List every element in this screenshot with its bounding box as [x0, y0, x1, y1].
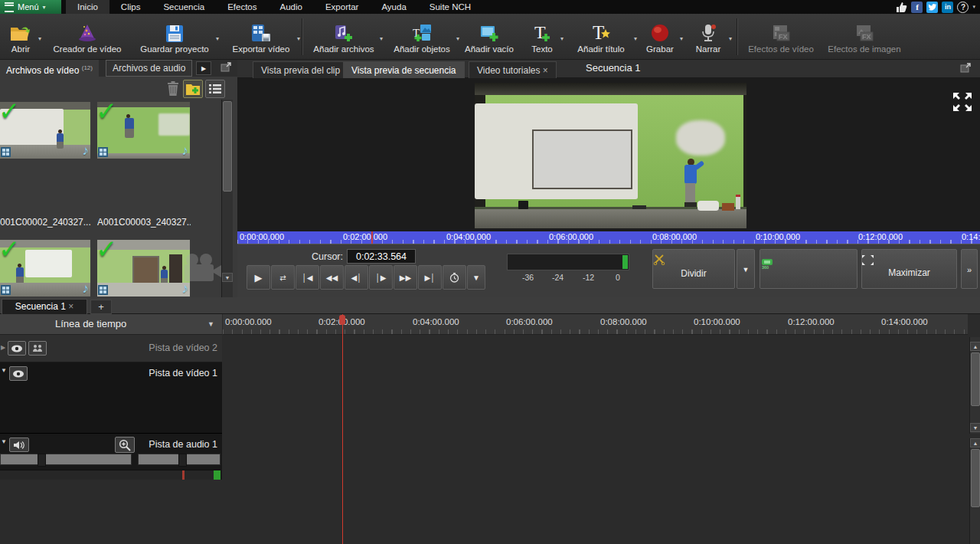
tab-video-files[interactable]: Archivos de vídeo (12): [0, 60, 99, 77]
go-end-button[interactable]: ▶│: [418, 265, 442, 290]
tab-sequence-1[interactable]: Secuencia 1 ×: [2, 299, 87, 314]
close-icon[interactable]: ×: [68, 301, 74, 312]
tab-audio[interactable]: Audio: [269, 0, 314, 14]
tab-audio-files[interactable]: Archivos de audio: [106, 60, 192, 77]
media-item-thumbnail[interactable]: ♪ ✓: [97, 240, 190, 297]
tab-scroll-right-icon[interactable]: ▶: [196, 61, 211, 75]
media-item-thumbnail[interactable]: ♪ ✓: [0, 102, 90, 159]
linkedin-icon[interactable]: in: [942, 2, 953, 13]
tab-suite-nch[interactable]: Suite NCH: [418, 0, 482, 14]
facebook-icon[interactable]: f: [911, 2, 923, 13]
text-button[interactable]: T Texto▾: [522, 15, 562, 58]
dropdown-caret-icon[interactable]: ▾: [729, 35, 732, 42]
play-button[interactable]: ▶: [247, 265, 270, 290]
twitter-icon[interactable]: [926, 2, 938, 13]
split-options-button[interactable]: ▼: [737, 249, 755, 289]
video-360-button[interactable]: 360: [760, 249, 858, 289]
help-icon[interactable]: ?: [957, 2, 969, 13]
playback-speed-icon[interactable]: [443, 265, 466, 290]
track-collapse-icon[interactable]: ▼: [1, 367, 7, 374]
like-icon[interactable]: [895, 2, 907, 13]
delete-icon[interactable]: [165, 80, 181, 97]
menu-button[interactable]: Menú ▾: [0, 0, 61, 14]
tab-inicio[interactable]: Inicio: [66, 0, 109, 14]
record-button[interactable]: Grabar▾: [639, 15, 681, 58]
playhead-handle[interactable]: [339, 315, 345, 325]
tab-secuencia[interactable]: Secuencia: [152, 0, 216, 14]
preview-playhead[interactable]: [371, 231, 373, 244]
prev-clip-button[interactable]: ◀◀: [320, 265, 344, 290]
track-visibility-icon[interactable]: [9, 366, 28, 381]
add-files-button[interactable]: Añadir archivos▾: [306, 15, 381, 58]
scrollbar-thumb[interactable]: [223, 101, 232, 192]
dropdown-caret-icon[interactable]: ▾: [380, 35, 383, 42]
popout-panel-icon[interactable]: [220, 62, 231, 72]
timeline-header[interactable]: Línea de tiempo ▼: [0, 314, 222, 335]
bin-scrollbar[interactable]: ▼: [221, 100, 233, 297]
playhead[interactable]: [342, 314, 343, 544]
split-button[interactable]: Dividir: [652, 249, 735, 289]
maximize-button[interactable]: Maximizar: [861, 249, 957, 289]
scroll-up-icon[interactable]: ▲: [970, 438, 980, 447]
open-button[interactable]: Abrir▾: [2, 15, 40, 58]
tab-sequence-preview[interactable]: Vista previa de secuencia: [343, 61, 465, 78]
slider-thumb[interactable]: [178, 454, 187, 467]
pan-slider[interactable]: [138, 454, 220, 465]
scrollbar-thumb[interactable]: [971, 449, 980, 507]
playback-options-icon[interactable]: ▼: [467, 265, 485, 290]
tab-clips[interactable]: Clips: [109, 0, 152, 14]
tab-ayuda[interactable]: Ayuda: [370, 0, 417, 14]
step-forward-button[interactable]: │▶: [369, 265, 393, 290]
step-back-button[interactable]: ◀│: [345, 265, 368, 290]
scroll-down-icon[interactable]: ▼: [970, 423, 980, 432]
loop-button[interactable]: ⇄: [271, 265, 295, 290]
popout-panel-icon[interactable]: [960, 63, 971, 73]
add-blank-button[interactable]: Añadir vacío: [461, 15, 518, 58]
scroll-up-icon[interactable]: ▲: [970, 342, 980, 351]
tab-clip-preview[interactable]: Vista previa del clip: [253, 61, 348, 78]
track-group-icon[interactable]: [28, 341, 47, 356]
zoom-waveform-icon[interactable]: [115, 437, 135, 453]
track-collapse-icon[interactable]: ▶: [1, 344, 5, 351]
scrollbar-thumb[interactable]: [971, 352, 980, 406]
track-collapse-icon[interactable]: ▼: [1, 438, 7, 445]
dropdown-caret-icon[interactable]: ▾: [456, 35, 459, 42]
add-folder-icon[interactable]: [183, 80, 203, 98]
cursor-time-field[interactable]: 0:02:33.564: [347, 249, 416, 264]
close-icon[interactable]: ×: [543, 65, 548, 76]
track-visibility-icon[interactable]: [8, 341, 26, 356]
chevron-down-icon[interactable]: ▼: [207, 320, 214, 328]
tab-exportar[interactable]: Exportar: [314, 0, 370, 14]
dropdown-caret-icon[interactable]: ▾: [297, 35, 300, 42]
save-project-button[interactable]: Guardar proyecto▾: [132, 15, 217, 58]
chevron-down-icon[interactable]: ▾: [972, 4, 975, 10]
go-start-button[interactable]: │◀: [296, 265, 319, 290]
tab-efectos[interactable]: Efectos: [216, 0, 268, 14]
track-mute-icon[interactable]: [9, 437, 29, 452]
fullscreen-icon[interactable]: [952, 92, 972, 112]
dropdown-caret-icon[interactable]: ▾: [216, 35, 219, 42]
narrate-button[interactable]: Narrar▾: [686, 15, 730, 58]
transport-overflow-button[interactable]: »: [961, 249, 978, 289]
export-video-button[interactable]: Exportar vídeo▾: [224, 15, 299, 58]
video-wizard-button[interactable]: Creador de vídeo: [46, 15, 129, 58]
next-clip-button[interactable]: ▶▶: [394, 265, 417, 290]
image-effects-button[interactable]: FX Efectos de imagen: [824, 15, 905, 58]
scroll-down-icon[interactable]: ▼: [222, 273, 233, 282]
dropdown-caret-icon[interactable]: ▾: [634, 35, 637, 42]
media-item-thumbnail[interactable]: ♪ ✓: [0, 240, 90, 297]
add-sequence-tab[interactable]: +: [90, 300, 112, 314]
dropdown-caret-icon[interactable]: ▾: [680, 35, 683, 42]
media-item-thumbnail[interactable]: ♪ ✓: [97, 102, 190, 159]
add-title-button[interactable]: T Añadir título▾: [567, 15, 635, 58]
dropdown-caret-icon[interactable]: ▾: [38, 35, 41, 42]
add-objects-button[interactable]: T Añadir objetos▾: [386, 15, 458, 58]
preview-timeline-ruler[interactable]: 0:00:00.000 0:02:00.000 0:04:00.000 0:06…: [237, 231, 980, 244]
list-view-icon[interactable]: [205, 80, 225, 98]
volume-slider[interactable]: [0, 454, 132, 465]
slider-thumb[interactable]: [38, 454, 46, 467]
tab-video-tutorials[interactable]: Video tutoriales ×: [469, 61, 557, 78]
video-track-scrollbar[interactable]: ▲ ▼: [969, 337, 980, 434]
video-effects-button[interactable]: FX Efectos de vídeo: [741, 15, 821, 58]
audio-track-scrollbar[interactable]: ▲: [969, 438, 980, 544]
